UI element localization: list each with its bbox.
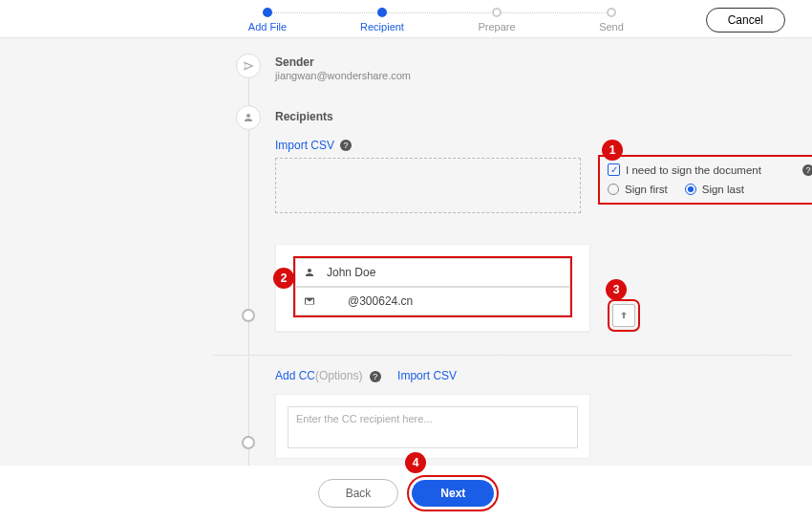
annotation-badge-3: 3 xyxy=(606,279,627,300)
annotation-badge-1: 1 xyxy=(602,140,623,161)
recipient-name-field[interactable]: John Doe xyxy=(295,258,570,287)
sign-options-panel: I need to sign the document ? Sign first… xyxy=(598,155,812,205)
back-button[interactable]: Back xyxy=(318,479,399,508)
need-sign-label: I need to sign the document xyxy=(626,164,761,176)
step-connector xyxy=(267,12,382,13)
step-dot-icon xyxy=(263,8,272,17)
help-icon[interactable]: ? xyxy=(340,140,352,151)
help-icon[interactable]: ? xyxy=(370,371,381,382)
sign-last-label: Sign last xyxy=(702,184,744,195)
arrow-up-icon xyxy=(618,310,630,321)
recipient-card: John Doe @300624.cn xyxy=(275,244,590,332)
sender-email: jiangwan@wondershare.com xyxy=(275,70,805,81)
import-csv-label: Import CSV xyxy=(275,139,334,152)
step-dot-icon xyxy=(607,8,616,17)
step-dot-icon xyxy=(377,8,387,17)
envelope-icon xyxy=(304,295,317,307)
cc-section: Add CC(Options) ? Import CSV Enter the C… xyxy=(227,369,805,459)
add-cc-link[interactable]: Add CC xyxy=(275,369,315,382)
section-divider xyxy=(214,355,792,356)
content-column: Sender jiangwan@wondershare.com Recipien… xyxy=(227,55,805,459)
csv-dropzone[interactable] xyxy=(275,158,581,213)
timeline-node xyxy=(242,309,255,322)
help-icon[interactable]: ? xyxy=(802,164,812,176)
step-label: Prepare xyxy=(478,21,515,33)
cancel-button[interactable]: Cancel xyxy=(706,8,785,33)
recipient-email-field[interactable]: @300624.cn xyxy=(295,287,570,315)
recipient-fields: John Doe @300624.cn xyxy=(293,256,572,317)
sign-last-option[interactable]: Sign last xyxy=(685,184,744,195)
step-prepare[interactable]: Prepare xyxy=(439,8,554,33)
cc-recipient-input[interactable]: Enter the CC recipient here... xyxy=(288,406,578,448)
cc-options-suffix: (Options) xyxy=(315,369,362,382)
need-sign-checkbox[interactable] xyxy=(608,163,620,176)
sender-title: Sender xyxy=(275,55,805,69)
step-recipient[interactable]: Recipient xyxy=(325,8,439,33)
step-label: Recipient xyxy=(360,21,404,33)
person-icon xyxy=(236,105,261,130)
recipients-title: Recipients xyxy=(275,105,805,123)
top-bar: Add File Recipient Prepare Send Cancel xyxy=(0,0,812,38)
next-button[interactable]: Next xyxy=(412,480,494,507)
step-dot-icon xyxy=(492,8,502,17)
sign-order-row: Sign first Sign last xyxy=(608,184,812,195)
step-send[interactable]: Send xyxy=(554,8,669,33)
radio-icon xyxy=(608,184,619,195)
recipient-name-value: John Doe xyxy=(327,266,375,279)
sign-first-option[interactable]: Sign first xyxy=(608,184,668,195)
step-connector xyxy=(497,12,611,13)
main-panel: Sender jiangwan@wondershare.com Recipien… xyxy=(0,38,812,521)
step-connector xyxy=(382,12,497,13)
footer-bar: Back Next 4 xyxy=(0,466,812,521)
cc-placeholder: Enter the CC recipient here... xyxy=(296,413,432,424)
recipient-email-value: @300624.cn xyxy=(327,294,413,308)
import-csv-link[interactable]: Import CSV ? xyxy=(275,139,352,152)
sender-row: Sender jiangwan@wondershare.com xyxy=(227,55,805,94)
step-label: Send xyxy=(599,21,624,33)
person-icon xyxy=(304,267,317,278)
progress-stepper: Add File Recipient Prepare Send xyxy=(210,8,669,33)
need-sign-row: I need to sign the document ? xyxy=(608,163,812,176)
step-add-file[interactable]: Add File xyxy=(210,8,325,33)
annotation-badge-2: 2 xyxy=(273,268,294,289)
annotation-badge-4: 4 xyxy=(405,452,426,473)
step-label: Add File xyxy=(248,21,287,33)
sign-first-label: Sign first xyxy=(625,184,668,195)
radio-icon xyxy=(685,184,696,195)
move-up-button[interactable] xyxy=(612,304,635,327)
cc-links-row: Add CC(Options) ? Import CSV xyxy=(275,369,805,382)
cc-import-csv-link[interactable]: Import CSV xyxy=(397,369,457,382)
paper-plane-icon xyxy=(236,54,261,78)
cc-card: Enter the CC recipient here... xyxy=(275,394,590,459)
